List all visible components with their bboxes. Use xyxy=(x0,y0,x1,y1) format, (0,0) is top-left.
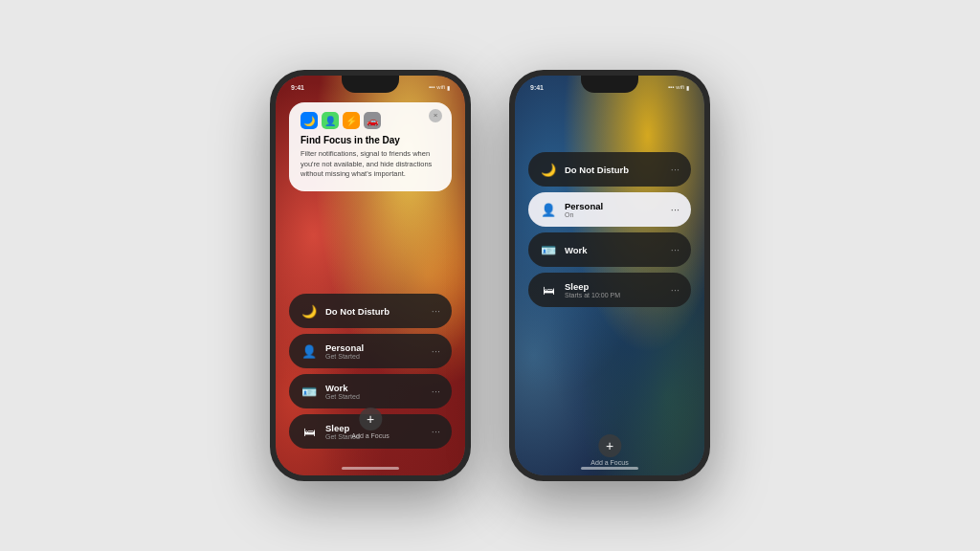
phone-2-time: 9:41 xyxy=(530,84,544,91)
phone2-dnd-label: Do Not Disturb xyxy=(565,165,663,175)
phone2-focus-item-sleep[interactable]: 🛏 Sleep Starts at 10:00 PM ··· xyxy=(528,273,691,307)
work-icon-2: 🪪 xyxy=(540,243,557,257)
phone2-work-more[interactable]: ··· xyxy=(671,244,679,255)
person-icon: 👤 xyxy=(301,344,318,359)
person-icon-2: 👤 xyxy=(540,203,557,217)
phone2-dnd-more[interactable]: ··· xyxy=(671,164,679,175)
add-focus-label: Add a Focus xyxy=(351,432,389,439)
wifi-icon: wifi xyxy=(436,84,445,90)
phone2-add-focus[interactable]: + Add a Focus xyxy=(590,434,628,466)
popup-close-button[interactable]: × xyxy=(429,109,442,122)
focus-item-personal-label: Personal xyxy=(325,342,424,353)
work-icon: 🪪 xyxy=(301,385,318,399)
focus-item-dnd-more[interactable]: ··· xyxy=(432,305,440,317)
focus-item-dnd-text: Do Not Disturb xyxy=(325,306,424,317)
focus-item-work-label: Work xyxy=(325,383,424,393)
phone2-work-label: Work xyxy=(565,245,663,255)
phone2-sleep-text: Sleep Starts at 10:00 PM xyxy=(565,281,663,298)
phone2-personal-sub: On xyxy=(565,211,663,218)
battery-icon-2: ▮ xyxy=(686,84,689,91)
phone-2-notch xyxy=(581,76,638,93)
popup-icon-moon: 🌙 xyxy=(301,112,318,129)
phone-1-notch xyxy=(342,76,399,93)
phone-2-status-icons: ▪▪▪ wifi ▮ xyxy=(668,84,689,91)
popup-icon-bolt: ⚡ xyxy=(343,112,360,129)
phone2-sleep-label: Sleep xyxy=(565,281,663,292)
phone-2-screen: 9:41 ▪▪▪ wifi ▮ 🌙 Do Not Disturb ··· xyxy=(515,76,704,475)
focus-item-work-sub: Get Started xyxy=(325,393,424,400)
phone-1: 9:41 ▪▪▪ wifi ▮ × 🌙 👤 ⚡ 🚗 Find Focus in … xyxy=(270,70,471,481)
phone-2: 9:41 ▪▪▪ wifi ▮ 🌙 Do Not Disturb ··· xyxy=(509,70,710,481)
phone2-work-text: Work xyxy=(565,245,663,255)
phone-1-time: 9:41 xyxy=(291,84,304,91)
phone2-add-focus-plus-icon[interactable]: + xyxy=(598,434,621,457)
phone-2-home-indicator xyxy=(581,467,638,470)
phone-1-status-icons: ▪▪▪ wifi ▮ xyxy=(429,84,450,91)
sleep-icon-2: 🛏 xyxy=(540,283,557,298)
phone2-personal-label: Personal xyxy=(565,201,663,211)
wifi-icon-2: wifi xyxy=(676,84,684,90)
focus-item-work-text: Work Get Started xyxy=(325,383,424,400)
add-focus-button[interactable]: + Add a Focus xyxy=(351,408,389,439)
popup-icons: 🌙 👤 ⚡ 🚗 xyxy=(301,112,440,129)
phone-1-frame: 9:41 ▪▪▪ wifi ▮ × 🌙 👤 ⚡ 🚗 Find Focus in … xyxy=(270,70,471,481)
signal-icon: ▪▪▪ xyxy=(429,84,434,90)
popup-icon-car: 🚗 xyxy=(364,112,381,129)
phone2-focus-item-personal[interactable]: 👤 Personal On ··· xyxy=(528,192,691,227)
add-focus-plus-icon[interactable]: + xyxy=(359,408,382,430)
focus-item-do-not-disturb[interactable]: 🌙 Do Not Disturb ··· xyxy=(289,294,452,328)
focus-item-sleep-more[interactable]: ··· xyxy=(432,426,440,437)
phone2-personal-text: Personal On xyxy=(565,201,663,218)
moon-icon-2: 🌙 xyxy=(540,163,557,177)
phone2-dnd-text: Do Not Disturb xyxy=(565,165,663,175)
focus-item-personal-more[interactable]: ··· xyxy=(432,345,440,357)
phone2-sleep-more[interactable]: ··· xyxy=(671,284,679,296)
popup-icon-person: 👤 xyxy=(322,112,339,129)
focus-item-work-more[interactable]: ··· xyxy=(432,386,440,397)
signal-icon-2: ▪▪▪ xyxy=(668,84,674,90)
phone-1-home-indicator xyxy=(342,467,399,470)
phone-2-frame: 9:41 ▪▪▪ wifi ▮ 🌙 Do Not Disturb ··· xyxy=(509,70,710,481)
sleep-icon: 🛏 xyxy=(301,425,318,439)
moon-icon: 🌙 xyxy=(301,304,318,319)
phone-1-screen: 9:41 ▪▪▪ wifi ▮ × 🌙 👤 ⚡ 🚗 Find Focus in … xyxy=(276,76,465,475)
focus-item-personal-sub: Get Started xyxy=(325,353,424,360)
focus-item-work[interactable]: 🪪 Work Get Started ··· xyxy=(289,374,452,408)
focus-popup: × 🌙 👤 ⚡ 🚗 Find Focus in the Day Filter n… xyxy=(289,102,452,191)
phone2-focus-item-work[interactable]: 🪪 Work ··· xyxy=(528,232,691,267)
popup-title: Find Focus in the Day xyxy=(301,135,440,145)
phone-1-focus-items: 🌙 Do Not Disturb ··· 👤 Personal Get Star… xyxy=(289,294,452,449)
battery-icon: ▮ xyxy=(447,84,450,91)
focus-item-personal[interactable]: 👤 Personal Get Started ··· xyxy=(289,334,452,368)
phone2-add-focus-label: Add a Focus xyxy=(590,459,628,466)
phone-2-focus-items: 🌙 Do Not Disturb ··· 👤 Personal On ··· � xyxy=(528,152,691,449)
phone2-personal-more[interactable]: ··· xyxy=(671,204,679,215)
phone2-focus-item-dnd[interactable]: 🌙 Do Not Disturb ··· xyxy=(528,152,691,187)
focus-item-personal-text: Personal Get Started xyxy=(325,342,424,360)
phone2-sleep-sub: Starts at 10:00 PM xyxy=(565,292,663,298)
focus-item-dnd-label: Do Not Disturb xyxy=(325,306,424,317)
popup-text: Filter notifications, signal to friends … xyxy=(301,149,440,180)
